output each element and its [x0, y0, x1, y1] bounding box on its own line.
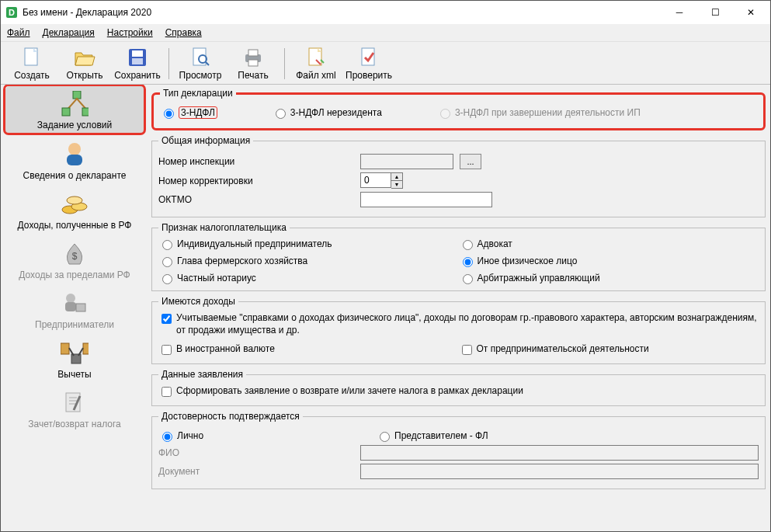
toolbar-open[interactable]: Открыть	[58, 45, 111, 82]
entrepreneur-icon	[61, 290, 89, 318]
maximize-button[interactable]: ☐	[697, 1, 733, 24]
body: Задание условий Сведения о декларанте До…	[1, 85, 770, 531]
group-taxpayer-type: Признак налогоплательщика Индивидуальный…	[151, 222, 766, 291]
menu-settings[interactable]: Настройки	[107, 27, 153, 38]
group-application: Данные заявления Сформировать заявление …	[151, 369, 766, 406]
menu-file[interactable]: Файл	[7, 27, 30, 38]
menu-help[interactable]: Справка	[165, 27, 202, 38]
open-folder-icon	[74, 47, 96, 68]
spin-up[interactable]: ▲	[391, 173, 402, 181]
radio-other-individual[interactable]: Иное физическое лицо	[459, 255, 736, 267]
legend-application: Данные заявления	[158, 369, 246, 380]
deductions-icon	[61, 339, 89, 367]
button-browse-inspection[interactable]: ...	[460, 154, 481, 169]
svg-line-11	[206, 62, 209, 65]
xml-file-icon	[305, 47, 327, 68]
svg-rect-7	[132, 50, 143, 57]
person-icon	[61, 141, 89, 169]
spinner-correction[interactable]: ▲▼	[360, 172, 403, 189]
group-reliability: Достоверность подтверждается Лично Предс…	[151, 411, 766, 489]
input-inspection[interactable]	[360, 154, 453, 169]
radio-3ndfl[interactable]: 3-НДФЛ	[160, 106, 217, 119]
svg-rect-22	[67, 155, 82, 165]
menu-declaration[interactable]: Декларация	[43, 27, 95, 38]
toolbar: Создать Открыть Сохранить Просмотр Печат…	[1, 42, 770, 85]
sidebar-item-entrepreneurs[interactable]: Предприниматели	[5, 285, 144, 333]
svg-text:$: $	[72, 251, 78, 262]
toolbar-check[interactable]: Проверить	[342, 45, 395, 82]
checkbox-income-foreign-currency[interactable]: В иностранной валюте	[158, 342, 459, 357]
toolbar-save[interactable]: Сохранить	[111, 45, 164, 82]
group-general-info: Общая информация Номер инспекции ... Ном…	[151, 135, 766, 217]
label-document: Документ	[158, 466, 221, 477]
legend-general-info: Общая информация	[158, 135, 253, 146]
input-oktmo[interactable]	[360, 192, 492, 207]
radio-3ndfl-nonresident[interactable]: 3-НДФЛ нерезидента	[272, 106, 382, 119]
document-pen-icon	[61, 389, 89, 417]
conditions-icon	[61, 90, 89, 118]
radio-representative[interactable]: Представителем - ФЛ	[376, 429, 488, 442]
radio-3ndfl-ip-closure[interactable]: 3-НДФЛ при завершении деятельности ИП	[436, 106, 641, 119]
checkbox-income-2ndfl[interactable]: Учитываемые "справками о доходах физичес…	[158, 311, 759, 336]
label-correction: Номер корректировки	[158, 176, 275, 186]
legend-taxpayer-type: Признак налогоплательщика	[158, 222, 290, 233]
close-button[interactable]: ✕	[733, 1, 769, 24]
spin-down[interactable]: ▼	[391, 181, 402, 188]
print-icon	[242, 47, 264, 68]
svg-rect-8	[132, 58, 143, 64]
group-declaration-type: Тип декларации 3-НДФЛ 3-НДФЛ нерезидента…	[151, 88, 766, 130]
svg-point-27	[66, 294, 75, 303]
save-icon	[127, 47, 148, 68]
titlebar: D Без имени - Декларация 2020 ─ ☐ ✕	[1, 1, 770, 24]
group-has-income: Имеются доходы Учитываемые "справками о …	[151, 296, 766, 364]
svg-point-25	[67, 196, 82, 204]
sidebar-item-income-rf[interactable]: Доходы, полученные в РФ	[5, 186, 144, 234]
money-bag-icon: $	[61, 240, 89, 268]
svg-rect-30	[61, 343, 69, 354]
svg-rect-19	[62, 108, 70, 116]
svg-rect-20	[82, 108, 89, 116]
sidebar-item-deductions[interactable]: Вычеты	[5, 335, 144, 383]
input-document[interactable]	[360, 464, 759, 479]
sidebar-item-income-abroad[interactable]: $ Доходы за пределами РФ	[5, 235, 144, 283]
svg-text:D: D	[9, 8, 15, 17]
radio-notary[interactable]: Частный нотариус	[158, 272, 436, 284]
content: Тип декларации 3-НДФЛ 3-НДФЛ нерезидента…	[148, 85, 770, 531]
svg-rect-17	[362, 48, 374, 65]
minimize-button[interactable]: ─	[662, 1, 697, 24]
sidebar-item-declarant[interactable]: Сведения о декларанте	[5, 136, 144, 184]
radio-lawyer[interactable]: Адвокат	[459, 238, 736, 250]
svg-marker-5	[75, 57, 95, 65]
label-oktmo: ОКТМО	[158, 194, 275, 205]
new-file-icon	[21, 47, 43, 68]
radio-farmer[interactable]: Глава фермерского хозяйства	[158, 255, 436, 267]
radio-ip[interactable]: Индивидуальный предприниматель	[158, 238, 436, 250]
toolbar-preview[interactable]: Просмотр	[174, 45, 227, 82]
window-controls: ─ ☐ ✕	[662, 1, 769, 24]
svg-rect-13	[248, 50, 258, 56]
sidebar-item-offset-refund[interactable]: Зачет/возврат налога	[5, 384, 144, 433]
sidebar-item-conditions[interactable]: Задание условий	[4, 85, 145, 134]
toolbar-create[interactable]: Создать	[5, 45, 58, 82]
label-fio: ФИО	[158, 447, 221, 458]
checkbox-income-entrepreneur[interactable]: От предпринимательской деятельности	[459, 342, 759, 357]
window: D Без имени - Декларация 2020 ─ ☐ ✕ Файл…	[0, 0, 771, 532]
check-icon	[358, 47, 380, 68]
preview-icon	[189, 47, 211, 68]
coins-icon	[61, 190, 89, 218]
checkbox-form-refund-application[interactable]: Сформировать заявление о возврате и/или …	[158, 384, 759, 399]
legend-declaration-type: Тип декларации	[160, 88, 236, 99]
legend-reliability: Достоверность подтверждается	[158, 411, 303, 422]
svg-rect-31	[83, 343, 89, 354]
toolbar-print[interactable]: Печать	[227, 45, 280, 82]
window-title: Без имени - Декларация 2020	[23, 7, 151, 18]
input-correction-value[interactable]	[360, 172, 391, 188]
svg-rect-28	[65, 302, 76, 311]
radio-arbitration-manager[interactable]: Арбитражный управляющий	[459, 272, 736, 284]
radio-personally[interactable]: Лично	[158, 429, 353, 442]
sidebar: Задание условий Сведения о декларанте До…	[1, 85, 148, 531]
toolbar-filexml[interactable]: Файл xml	[290, 45, 342, 82]
app-icon: D	[5, 6, 18, 19]
input-fio[interactable]	[360, 445, 759, 461]
menubar: Файл Декларация Настройки Справка	[1, 24, 770, 42]
